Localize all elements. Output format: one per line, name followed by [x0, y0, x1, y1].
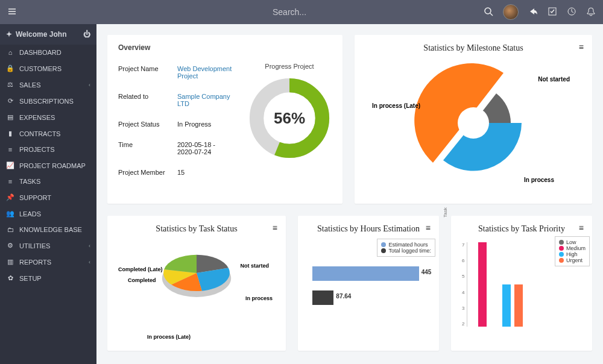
bar-high	[502, 284, 511, 327]
ms-label-inprocess: In process	[524, 177, 554, 183]
field-label: Related to	[118, 93, 174, 107]
clock-icon[interactable]	[567, 7, 576, 18]
tasks-icon[interactable]	[548, 7, 557, 18]
list-icon: ≡	[6, 146, 14, 153]
sidebar-item-tasks[interactable]: ≡TASKS	[0, 174, 96, 189]
share-icon[interactable]	[528, 7, 538, 18]
sidebar-welcome: ✦ Welcome John ⏻	[0, 24, 96, 45]
ms-label-notstarted: Not started	[538, 76, 570, 83]
sidebar-item-setup[interactable]: ✿SETUP	[0, 270, 96, 286]
overview-fields: Project Name Web Development Project Rel…	[118, 63, 233, 176]
sidebar-item-leads[interactable]: 👥LEADS	[0, 206, 96, 222]
bell-icon[interactable]	[586, 7, 596, 18]
bar-estimated: 445	[312, 266, 419, 281]
field-label: Project Member	[118, 169, 174, 176]
sidebar-item-label: CUSTOMERS	[19, 65, 62, 72]
task-status-card: Statistics by Task Status ≡ Complet	[107, 216, 286, 351]
task-status-chart: Completed (Late) Completed In process (L…	[118, 240, 275, 342]
chevron-left-icon: ‹	[89, 82, 90, 88]
chevron-left-icon: ‹	[89, 259, 90, 265]
overview-title: Overview	[118, 43, 332, 52]
sidebar-item-label: LEADS	[19, 210, 41, 218]
doc-icon: ▤	[6, 113, 14, 121]
sidebar-item-support[interactable]: 📌SUPPORT	[0, 189, 96, 206]
chart-icon: 📈	[6, 162, 14, 169]
search-icon[interactable]	[484, 7, 493, 18]
list-icon: ≡	[6, 178, 14, 185]
sidebar-item-label: REPORTS	[19, 259, 51, 266]
overview-card: Overview Project Name Web Development Pr…	[107, 35, 343, 204]
welcome-text: Welcome John	[16, 30, 66, 39]
progress-label: Progress Project	[247, 63, 332, 70]
pin-icon: 📌	[6, 193, 14, 201]
header-icons	[484, 4, 596, 20]
file-icon: ▮	[6, 130, 14, 137]
related-to-link[interactable]: Sample Company LTD	[177, 93, 233, 107]
progress-percent: 56%	[247, 76, 332, 160]
sidebar: ✦ Welcome John ⏻ ⌂DASHBOARD 🔒CUSTOMERS ⚖…	[0, 24, 96, 364]
sidebar-item-label: SUPPORT	[19, 194, 51, 201]
svg-point-5	[458, 107, 489, 139]
bar-icon: ▥	[6, 258, 14, 266]
card-menu-icon[interactable]: ≡	[273, 223, 277, 233]
tp-late: In process (Late)	[147, 334, 191, 340]
progress-donut: 56%	[247, 76, 332, 160]
axis-label: Task	[443, 207, 448, 217]
folder-icon: 🗀	[6, 226, 14, 233]
tp-notstarted: Not started	[240, 263, 269, 269]
sidebar-item-roadmap[interactable]: 📈PROJECT ROADMAP	[0, 157, 96, 174]
project-name-link[interactable]: Web Development Project	[177, 65, 233, 80]
cog-icon: ✿	[6, 274, 14, 282]
sidebar-item-label: SALES	[19, 81, 40, 89]
y-axis: 7 6 5 4 3 2	[462, 242, 467, 327]
sidebar-item-kb[interactable]: 🗀KNOWLEDGE BASE	[0, 222, 96, 237]
status-value: In Progress	[177, 121, 233, 128]
search-input[interactable]	[273, 7, 429, 17]
lock-icon: 🔒	[6, 64, 14, 72]
member-value: 15	[177, 169, 233, 176]
main-content: Overview Project Name Web Development Pr…	[96, 24, 603, 364]
scale-icon: ⚖	[6, 81, 14, 89]
sidebar-item-label: UTILITIES	[19, 242, 50, 249]
sidebar-item-expenses[interactable]: ▤EXPENSES	[0, 109, 96, 125]
sidebar-item-customers[interactable]: 🔒CUSTOMERS	[0, 60, 96, 77]
power-icon[interactable]: ⏻	[83, 30, 90, 39]
tp-inproc: In process	[245, 295, 273, 301]
task-status-title: Statistics by Task Status	[118, 224, 275, 234]
field-label: Time	[118, 141, 174, 155]
ms-label-late: In process (Late)	[372, 102, 420, 109]
sidebar-item-label: PROJECT ROADMAP	[19, 162, 86, 169]
svg-point-0	[485, 8, 491, 14]
progress-wrap: Progress Project 56%	[247, 63, 332, 176]
card-menu-icon[interactable]: ≡	[579, 42, 584, 52]
sidebar-item-dashboard[interactable]: ⌂DASHBOARD	[0, 45, 96, 60]
field-label: Project Status	[118, 121, 174, 128]
sidebar-item-reports[interactable]: ▥REPORTS‹	[0, 254, 96, 270]
share-icon: ⚙	[6, 242, 14, 249]
sidebar-item-label: CONTRACTS	[19, 130, 60, 137]
sidebar-item-projects[interactable]: ≡PROJECTS	[0, 142, 96, 157]
card-menu-icon[interactable]: ≡	[579, 223, 584, 233]
tp-compl-late: Completed (Late)	[118, 266, 163, 272]
milestone-title: Statistics by Milestone Status	[365, 43, 581, 53]
card-menu-icon[interactable]: ≡	[426, 223, 431, 233]
home-icon: ⌂	[6, 49, 14, 56]
bar-urgent	[514, 284, 523, 327]
sidebar-item-label: SUBSCRIPTIONS	[19, 98, 74, 105]
sidebar-item-label: DASHBOARD	[19, 49, 62, 56]
avatar[interactable]	[503, 4, 519, 20]
menu-toggle-icon[interactable]	[7, 7, 19, 18]
sidebar-item-contracts[interactable]: ▮CONTRACTS	[0, 125, 96, 142]
sidebar-item-label: SETUP	[19, 275, 42, 282]
field-label: Project Name	[118, 65, 174, 80]
users-icon: 👥	[6, 210, 14, 218]
sidebar-item-utilities[interactable]: ⚙UTILITIES‹	[0, 237, 96, 254]
sidebar-item-label: EXPENSES	[19, 114, 55, 121]
sidebar-item-subscriptions[interactable]: ⟳SUBSCRIPTIONS	[0, 93, 96, 109]
sidebar-item-label: TASKS	[19, 178, 40, 185]
milestone-chart: Not started In process In process (Late)	[377, 57, 570, 195]
sidebar-item-sales[interactable]: ⚖SALES‹	[0, 77, 96, 93]
priority-chart: Task 7 6 5 4 3 2	[462, 234, 581, 327]
sidebar-item-label: KNOWLEDGE BASE	[19, 226, 82, 233]
bar-logged: 87.64	[312, 290, 333, 305]
